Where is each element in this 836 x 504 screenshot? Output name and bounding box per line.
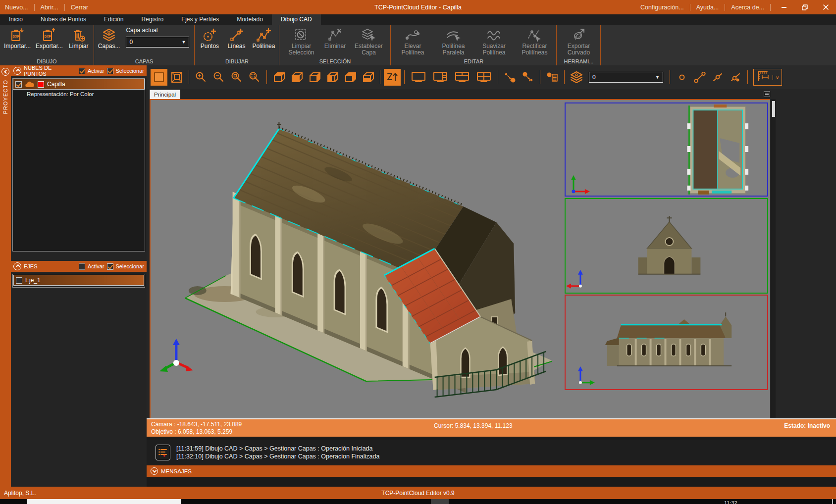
scrollbar-thumb[interactable] [772, 101, 775, 117]
group-label-dibujo: DIBUJO [2, 58, 92, 65]
select-window-button[interactable] [168, 69, 185, 86]
separator [34, 4, 35, 11]
active-layer-combo[interactable]: 0 ▼ [589, 72, 663, 83]
eje1-checkbox[interactable] [16, 277, 22, 284]
tab-nubes-de-puntos[interactable]: Nubes de Puntos [32, 14, 95, 25]
tab-inicio[interactable]: Inicio [0, 14, 32, 25]
zoom-window-button[interactable] [228, 69, 245, 86]
footer-bar: Aplitop, S.L. TCP-PointCloud Editor v0.9 [0, 487, 836, 499]
lineas-button[interactable]: Líneas [223, 26, 249, 50]
viewport-front-elevation[interactable] [565, 198, 768, 294]
capilla-checkbox[interactable] [15, 81, 22, 88]
viewport-tab-principal[interactable]: Principal [150, 90, 180, 99]
restore-button[interactable] [797, 2, 812, 13]
view-cube-back-button[interactable] [342, 69, 359, 86]
snap-point-button[interactable] [674, 69, 690, 86]
point-size-decrease-button[interactable] [520, 69, 536, 86]
clouds-activar-checkbox[interactable] [79, 68, 85, 74]
limpiar-seleccion-button[interactable]: Limpiar Selección [281, 26, 321, 57]
taskbar-app-button[interactable] [431, 499, 449, 504]
svg-text:DXF: DXF [13, 35, 19, 38]
view-cube-top-button[interactable] [270, 69, 287, 86]
cloud-color-swatch[interactable] [38, 81, 44, 88]
eje-item[interactable]: Eje_1 [13, 275, 144, 286]
rectificar-polilineas-button[interactable]: Rectificar Polilíneas [515, 26, 554, 57]
layers-button[interactable] [568, 69, 585, 86]
group-label-herramientas: HERRAMI... [559, 58, 598, 65]
limpiar-button[interactable]: Limpiar [66, 26, 92, 50]
layout-top-split-button[interactable] [452, 69, 472, 86]
measure-button[interactable]: ∨ [753, 69, 782, 86]
layout-side-split-button[interactable] [430, 69, 451, 86]
select-rectangle-button[interactable] [151, 69, 167, 86]
capas-button[interactable]: Capas... [96, 26, 122, 50]
zoom-extents-button[interactable] [246, 69, 263, 86]
export-dxf-icon: DXF [42, 27, 56, 43]
capa-actual-combo[interactable]: 0 ▼ [126, 37, 189, 48]
menu-acerca-de[interactable]: Acerca de... [731, 4, 764, 11]
panel-collapse-button[interactable] [764, 91, 770, 97]
view-cube-right-button[interactable] [306, 69, 323, 86]
ejes-title: EJES [24, 263, 75, 269]
zoom-in-button[interactable] [193, 69, 209, 86]
ejes-seleccionar-checkbox[interactable] [107, 263, 113, 270]
group-label-seleccion: SELECCIÓN [281, 58, 388, 65]
menu-abrir[interactable]: Abrir... [41, 4, 58, 11]
viewport-side-elevation[interactable] [565, 295, 768, 390]
clouds-seleccionar-checkbox[interactable] [107, 68, 113, 74]
menu-configuracion[interactable]: Configuración... [640, 4, 684, 11]
snap-midpoint-button[interactable] [709, 69, 726, 86]
point-size-increase-button[interactable] [502, 69, 519, 86]
elevar-polilinea-button[interactable]: Elevar Polilínea [393, 26, 432, 57]
layout-grid-button[interactable] [473, 69, 494, 86]
menu-cerrar[interactable]: Cerrar [71, 4, 88, 11]
exportar-button[interactable]: DXF Exportar... [34, 26, 65, 50]
minimize-button[interactable] [777, 2, 791, 13]
collapse-sidebar-button[interactable] [1, 68, 9, 76]
tab-modelado[interactable]: Modelado [228, 14, 272, 25]
view-cube-left-button[interactable] [324, 69, 341, 86]
mensajes-band[interactable]: MENSAJES [147, 465, 836, 477]
trash-plus-icon [71, 27, 86, 43]
view-cube-front-button[interactable] [288, 69, 305, 86]
viewport-zone: Principal [147, 89, 836, 418]
zoom-out-button[interactable] [210, 69, 227, 86]
collapse-icon [765, 94, 769, 95]
polilinea-button[interactable]: Polilínea [250, 26, 277, 50]
snap-nearest-button[interactable] [727, 69, 744, 86]
project-sidebar: PROYECTO NUBES DE PUNTOS Activar Selecci… [0, 65, 147, 487]
cloud-item-capilla[interactable]: Capilla [13, 79, 145, 90]
snap-endpoint-button[interactable] [691, 69, 708, 86]
tab-registro[interactable]: Registro [132, 14, 172, 25]
view-cube-bottom-button[interactable] [360, 69, 376, 86]
side-elevation-view [566, 296, 767, 389]
front-elevation-view [566, 199, 767, 293]
ejes-activar-checkbox[interactable] [79, 263, 85, 270]
taskbar-search-box[interactable] [27, 499, 181, 504]
exportar-curvado-button[interactable]: Exportar Curvado [559, 26, 598, 57]
collapse-ejes-button[interactable] [13, 262, 21, 270]
point-info-button[interactable] [544, 69, 561, 86]
suavizar-polilinea-button[interactable]: Suavizar Polilínea [474, 26, 514, 57]
collapse-clouds-button[interactable] [13, 67, 21, 75]
z-up-button[interactable] [384, 69, 401, 86]
puntos-button[interactable]: Puntos [197, 26, 222, 50]
main-viewport[interactable] [151, 100, 564, 418]
menu-ayuda[interactable]: Ayuda... [696, 4, 719, 11]
layout-single-button[interactable] [408, 69, 429, 86]
tab-edicion[interactable]: Edición [95, 14, 132, 25]
points-plus-icon [202, 27, 217, 43]
parallel-polyline-icon [446, 27, 461, 43]
eliminar-button[interactable]: Eliminar [322, 26, 348, 50]
tab-dibujo-cad[interactable]: Dibujo CAD [272, 14, 321, 25]
close-button[interactable] [818, 2, 833, 13]
importar-button[interactable]: DXF Importar... [2, 26, 33, 50]
collapse-mensajes-button[interactable] [151, 467, 158, 475]
log-list-icon [156, 445, 170, 460]
establecer-capa-button[interactable]: Establecer Capa [349, 26, 388, 57]
viewport-plan[interactable] [565, 102, 768, 197]
tab-ejes-y-perfiles[interactable]: Ejes y Perfiles [172, 14, 228, 25]
viewport-scrollbar[interactable] [771, 99, 776, 418]
polilinea-paralela-button[interactable]: Polilínea Paralela [433, 26, 473, 57]
menu-nuevo[interactable]: Nuevo... [5, 4, 28, 11]
